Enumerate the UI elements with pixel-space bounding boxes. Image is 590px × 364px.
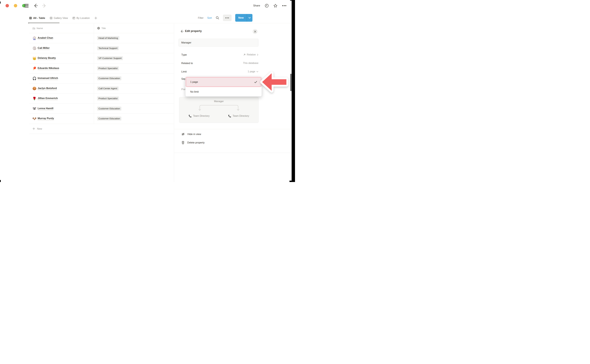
annotation-arrow (260, 71, 288, 93)
search-icon[interactable] (216, 16, 219, 20)
field-label: Type (181, 53, 187, 56)
eye-off-icon (181, 132, 185, 136)
table-row[interactable]: 👑Delaney Beatty VP Customer Support (29, 53, 174, 63)
page-link[interactable]: Delaney Beatty (38, 57, 56, 60)
row-emoji: 🍪 (33, 87, 38, 90)
related-to-value[interactable]: This database (243, 62, 258, 65)
page-link[interactable]: Immanuel Ullrich (38, 77, 58, 80)
table-row[interactable]: 🏓Eduardo Nikolaus Product Specialist (29, 63, 174, 74)
tab-gallery-view[interactable]: Gallery View (50, 17, 68, 20)
plus-icon (33, 127, 35, 130)
corner-artifact (290, 0, 295, 1)
back-arrow-icon[interactable] (33, 3, 38, 8)
panel-back-icon[interactable] (180, 30, 184, 33)
title-cell[interactable]: Product Specialist (94, 94, 174, 104)
column-label: Name (37, 27, 43, 30)
field-value: This database (243, 62, 258, 65)
option-1-page[interactable]: 1 page (186, 77, 261, 87)
sort-button[interactable]: Sort (207, 16, 212, 19)
type-value-button[interactable]: Relation (243, 53, 258, 56)
page-link[interactable]: Cali Miller (38, 46, 50, 50)
view-toolbar: Filter Sort New (198, 13, 252, 22)
panel-divider (174, 129, 292, 129)
new-button[interactable]: New (235, 14, 247, 22)
checkmark-icon (254, 81, 257, 83)
favorite-star-icon[interactable] (273, 4, 277, 8)
updates-clock-icon[interactable] (265, 4, 269, 8)
tab-by-location[interactable]: By Location (72, 17, 90, 20)
add-view-button[interactable] (94, 17, 97, 20)
option-label: No limit (190, 90, 199, 93)
row-emoji: 🌹 (33, 97, 38, 100)
column-header-title[interactable]: Title (94, 23, 174, 33)
relation-page-label: Team Directory (193, 115, 210, 117)
phone-emoji: 📞 (228, 115, 231, 117)
more-options-icon[interactable] (282, 5, 286, 6)
title-cell[interactable]: Call Center Agent (94, 84, 174, 94)
table-row[interactable]: 🎧Immanuel Ullrich Customer Education (29, 73, 174, 84)
select-tag: Customer Education (97, 117, 121, 121)
filter-button[interactable]: Filter (198, 16, 203, 19)
select-tag: Customer Education (97, 107, 121, 110)
field-value: 1 page (248, 70, 255, 73)
hide-in-view-button[interactable]: Hide in view (181, 131, 201, 137)
chevron-down-icon (256, 71, 258, 72)
title-cell[interactable]: Product Specialist (94, 63, 174, 73)
corner-artifact (289, 181, 295, 182)
relation-arrow-icon (243, 53, 246, 56)
table-row[interactable]: 🐨Lenna Hamill Customer Education (29, 104, 174, 114)
table-row[interactable]: 🍪Jaclyn Botsford Call Center Agent (29, 84, 174, 94)
table-row[interactable]: 🏐Cali Miller Technical Support (29, 43, 174, 53)
separate-label-clipped: Sep (181, 78, 186, 80)
new-dropdown-button[interactable] (247, 14, 252, 22)
page-link[interactable]: Lenna Hamill (38, 107, 53, 110)
property-name-input[interactable]: Manager (178, 39, 258, 46)
title-cell[interactable]: Head of Marketing (94, 33, 174, 43)
select-tag: VP Customer Support (97, 56, 123, 60)
field-label: Related to (181, 62, 193, 65)
edit-property-panel: Edit property Manager Type Relation Rela… (174, 23, 292, 182)
preview-manager-label: Manager (179, 100, 258, 103)
page-link[interactable]: Jaclyn Botsford (38, 87, 57, 90)
new-row-label: New (37, 127, 42, 130)
close-icon[interactable] (253, 29, 257, 34)
forward-arrow-icon[interactable] (42, 3, 46, 8)
share-button[interactable]: Share (253, 4, 260, 7)
titlebar-right-controls: Share (253, 2, 286, 9)
phone-emoji: 📞 (189, 115, 192, 117)
row-emoji: 🏐 (33, 46, 38, 50)
tab-all-table[interactable]: All - Table (29, 17, 45, 20)
traffic-light-minimize[interactable] (14, 4, 17, 7)
field-related-to: Related to This database (181, 60, 258, 66)
corner-artifact (0, 1, 1, 4)
select-tag: Customer Education (97, 76, 121, 80)
view-tabs: All - Table Gallery View By Location (29, 13, 97, 22)
title-cell[interactable]: VP Customer Support (94, 53, 174, 63)
page-link[interactable]: Murray Purdy (38, 117, 54, 120)
title-cell[interactable]: Customer Education (94, 104, 174, 114)
column-label: Title (101, 27, 106, 30)
traffic-light-close[interactable] (6, 4, 9, 7)
field-type: Type Relation (181, 52, 258, 58)
table-row[interactable]: 🎡Anabel Chan Head of Marketing (29, 33, 174, 43)
page-link[interactable]: Eduardo Nikolaus (38, 67, 59, 70)
title-cell[interactable]: Technical Support (94, 43, 174, 53)
page-link[interactable]: Jillian Emmerich (38, 97, 58, 100)
table-row[interactable]: 🐶Murray Purdy Customer Education (29, 114, 174, 124)
table-row[interactable]: 🌹Jillian Emmerich Product Specialist (29, 94, 174, 104)
limit-value-button[interactable]: 1 page (248, 70, 258, 73)
panel-divider (174, 153, 292, 153)
gallery-view-icon (50, 17, 52, 19)
new-row-button[interactable]: New (29, 124, 174, 134)
view-options-button[interactable] (223, 15, 231, 21)
page-link[interactable]: Anabel Chan (38, 36, 53, 40)
column-header-name[interactable]: AaName (29, 23, 94, 33)
select-tag: Product Specialist (97, 97, 119, 100)
delete-property-button[interactable]: Delete property (181, 139, 205, 146)
title-cell[interactable]: Customer Education (94, 73, 174, 83)
title-cell[interactable]: Customer Education (94, 114, 174, 124)
sidebar-menu-icon[interactable] (24, 4, 29, 7)
trash-icon (181, 141, 185, 144)
option-no-limit[interactable]: No limit (185, 87, 262, 97)
row-emoji: 🎡 (33, 37, 38, 40)
